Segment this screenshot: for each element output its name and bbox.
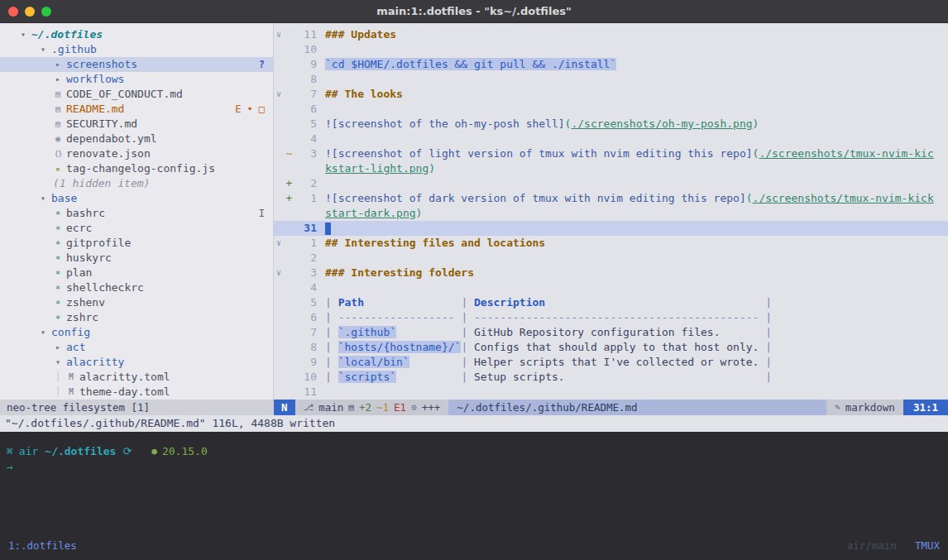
titlebar: main:1:.dotfiles - "ks~/.dotfiles" — [0, 0, 948, 23]
tree-dir-workflows[interactable]: ▸workflows — [0, 72, 273, 87]
editor-buffer[interactable]: ∨11### Updates109`cd $HOME/.dotfiles && … — [274, 23, 948, 400]
tree-dir-act[interactable]: ▸act — [0, 340, 273, 355]
arrow-expanded-icon: ▾ — [36, 325, 50, 340]
tree-item-badges: ? — [259, 57, 265, 72]
fold-open-icon[interactable]: ∨ — [274, 87, 284, 102]
tree-item-renovate-json[interactable]: {}renovate.json — [0, 146, 273, 161]
close-button[interactable] — [8, 7, 18, 17]
tmux-session[interactable]: 1:.dotfiles — [8, 539, 77, 552]
file-tree[interactable]: ▾~/.dotfiles▾.github▸screenshots?▸workfl… — [0, 23, 274, 400]
cursor-position: 31:1 — [903, 400, 948, 415]
editor-line[interactable]: +2 — [274, 176, 948, 191]
zoom-button[interactable] — [41, 7, 51, 17]
tree-item-1-hidden-item[interactable]: (1 hidden item) — [0, 176, 273, 191]
editor-line[interactable]: +1![screenshot of dark version of tmux w… — [274, 191, 948, 206]
untracked-badge: ? — [259, 57, 265, 72]
line-text: | ------------------ | -----------------… — [325, 310, 772, 325]
editor-line[interactable]: ∨7## The looks — [274, 87, 948, 102]
tree-item-security-md[interactable]: ▤SECURITY.md — [0, 117, 273, 132]
line-number: 3 — [294, 146, 317, 161]
editor-line[interactable]: ~3![screenshot of light version of tmux … — [274, 146, 948, 161]
tree-item-badges: E•□ — [235, 102, 265, 117]
tree-item-plan[interactable]: ∗plan — [0, 266, 273, 280]
tree-item-theme-day-toml[interactable]: │Mtheme-day.toml — [0, 385, 273, 400]
json-file-icon: {} — [51, 146, 65, 161]
line-number: 5 — [294, 295, 317, 310]
tree-item-code-of-conduct-md[interactable]: ▤CODE_OF_CONDUCT.md — [0, 87, 273, 102]
editor-line[interactable]: kstart-light.png) — [274, 161, 948, 176]
editor-line[interactable]: 2 — [274, 251, 948, 266]
tree-dir-base[interactable]: ▾base — [0, 191, 273, 206]
prompt-path: ~/.dotfiles — [45, 443, 116, 459]
tree-dir-config[interactable]: ▾config — [0, 325, 273, 340]
mode-indicator: N — [274, 400, 295, 415]
tree-item-huskyrc[interactable]: ∗huskyrc — [0, 251, 273, 266]
editor-line[interactable]: 10 — [274, 42, 948, 57]
line-text: ### Updates — [325, 27, 396, 42]
tree-dir-dotfiles[interactable]: ▾~/.dotfiles — [0, 27, 273, 42]
branch-icon: ⎇ — [304, 402, 314, 413]
editor-line[interactable]: 4 — [274, 280, 948, 295]
line-number: 3 — [294, 266, 317, 280]
editor-line[interactable]: 6| ------------------ | ----------------… — [274, 310, 948, 325]
git-segment: ⎇ main ▤ +2 ~1 E1 ⊙ +++ — [295, 400, 449, 415]
line-text: | `local/bin` | Helper scripts that I've… — [325, 355, 772, 370]
editor-line[interactable]: ∨1## Interesting files and locations — [274, 236, 948, 251]
editor-line[interactable]: 5| Path | Description | — [274, 295, 948, 310]
tree-dir-github[interactable]: ▾.github — [0, 42, 273, 57]
line-number: 6 — [294, 102, 317, 117]
terminal-shell[interactable]: ⌘ air ~/.dotfiles ⟳ ● 20.15.0 → 1:.dotfi… — [0, 432, 948, 560]
line-number: 7 — [294, 87, 317, 102]
editor-line[interactable]: 4 — [274, 132, 948, 146]
minimize-button[interactable] — [25, 7, 35, 17]
editor-line[interactable]: 7| `.github` | GitHub Repository configu… — [274, 325, 948, 340]
node-icon: ● — [151, 443, 157, 459]
nvim-area: ▾~/.dotfiles▾.github▸screenshots?▸workfl… — [0, 23, 948, 432]
editor-line[interactable]: 31 — [274, 221, 948, 236]
fold-open-icon[interactable]: ∨ — [274, 236, 284, 251]
tree-item-gitprofile[interactable]: ∗gitprofile — [0, 236, 273, 251]
shell-file-icon: ∗ — [51, 221, 65, 236]
editor-line[interactable]: 11 — [274, 385, 948, 400]
tree-item-dependabot-yml[interactable]: ◉dependabot.yml — [0, 132, 273, 146]
modified-flags: +++ — [422, 401, 441, 414]
tree-item-label: dependabot.yml — [65, 132, 157, 146]
tree-item-tag-changelog-config-js[interactable]: ▪tag-changelog-config.js — [0, 161, 273, 176]
line-text: ![screenshot of the oh-my-posh shell](./… — [325, 117, 759, 132]
tree-item-alacritty-toml[interactable]: │Malacritty.toml — [0, 370, 273, 385]
tree-indent-guide: │ — [51, 370, 65, 385]
tree-indent-guide: │ — [51, 385, 65, 400]
editor-line[interactable]: 8| `hosts/{hostname}/`| Configs that sho… — [274, 340, 948, 355]
tree-dir-screenshots[interactable]: ▸screenshots? — [0, 57, 273, 72]
line-text: | Path | Description | — [325, 295, 772, 310]
editor-line[interactable]: 5![screenshot of the oh-my-posh shell](.… — [274, 117, 948, 132]
arrow-expanded-icon: ▾ — [36, 191, 50, 206]
diag-badge: • — [247, 102, 253, 117]
line-number: 5 — [294, 117, 317, 132]
editor-line[interactable]: 9| `local/bin` | Helper scripts that I'v… — [274, 355, 948, 370]
editor-line[interactable]: ∨3### Interesting folders — [274, 266, 948, 280]
editor-line[interactable]: ∨11### Updates — [274, 27, 948, 42]
arrow-expanded-icon: ▾ — [17, 27, 30, 42]
shell-file-icon: ∗ — [51, 295, 65, 310]
tree-dir-alacritty[interactable]: ▾alacritty — [0, 355, 273, 370]
editor-line[interactable]: 9`cd $HOME/.dotfiles && git pull && ./in… — [274, 57, 948, 72]
editor-line[interactable]: start-dark.png) — [274, 206, 948, 221]
tree-item-zshenv[interactable]: ∗zshenv — [0, 295, 273, 310]
tree-item-readme-md[interactable]: ▤README.mdE•□ — [0, 102, 273, 117]
line-number: 6 — [294, 310, 317, 325]
terminal-window: main:1:.dotfiles - "ks~/.dotfiles" ▾~/.d… — [0, 0, 948, 560]
tree-item-label: workflows — [65, 72, 124, 87]
tree-item-bashrc[interactable]: ∗bashrcI — [0, 206, 273, 221]
line-text: | `.github` | GitHub Repository configur… — [325, 325, 772, 340]
tree-item-shellcheckrc[interactable]: ∗shellcheckrc — [0, 280, 273, 295]
editor-line[interactable]: 10| `scripts` | Setup scripts. | — [274, 370, 948, 385]
tmux-label: TMUX — [915, 539, 940, 552]
fold-open-icon[interactable]: ∨ — [274, 27, 284, 42]
editor-line[interactable]: 8 — [274, 72, 948, 87]
tree-item-zshrc[interactable]: ∗zshrc — [0, 310, 273, 325]
editor-line[interactable]: 6 — [274, 102, 948, 117]
tree-item-ecrc[interactable]: ∗ecrc — [0, 221, 273, 236]
fold-open-icon[interactable]: ∨ — [274, 266, 284, 280]
line-number: 4 — [294, 280, 317, 295]
